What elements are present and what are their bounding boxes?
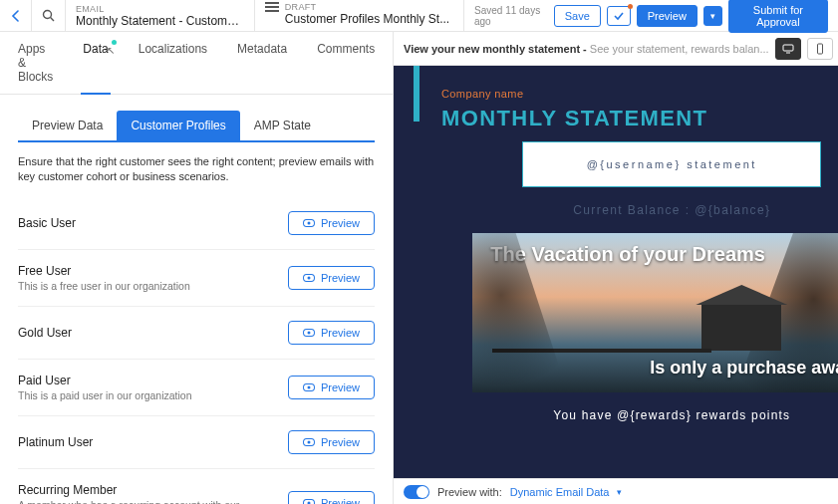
- list-item: Gold User Preview: [18, 307, 375, 360]
- list-item: Free UserThis is a free user in our orga…: [18, 250, 375, 307]
- svg-line-1: [51, 18, 54, 21]
- preview-profile-button[interactable]: Preview: [288, 430, 375, 454]
- cursor-icon: ↖: [107, 45, 115, 56]
- customer-profiles-help: Ensure that the right customer sees the …: [0, 142, 393, 197]
- svg-rect-2: [783, 45, 793, 51]
- chevron-down-icon[interactable]: ▾: [617, 487, 622, 497]
- search-button[interactable]: [32, 0, 66, 31]
- svg-rect-4: [817, 44, 822, 54]
- eye-icon: [303, 438, 315, 446]
- back-button[interactable]: [0, 0, 32, 31]
- username-card: @{username} statement: [522, 141, 821, 187]
- rewards-text: You have @{rewards} rewards points: [394, 408, 838, 422]
- preview-dropdown-button[interactable]: ▾: [703, 6, 722, 26]
- menu-icon: [265, 2, 279, 12]
- preview-button[interactable]: Preview: [637, 5, 698, 27]
- profile-name: Basic User: [18, 216, 76, 230]
- right-panel: View your new monthly statement - See yo…: [394, 32, 838, 504]
- device-mobile-button[interactable]: [807, 38, 833, 60]
- profile-desc: This is a free user in our organization: [18, 280, 190, 292]
- preview-with-label: Preview with:: [437, 486, 502, 498]
- draft-kicker: DRAFT: [285, 2, 449, 12]
- subject-preview: View your new monthly statement - See yo…: [404, 43, 769, 55]
- document-email-header: EMAIL Monthly Statement - Customer Pr...: [66, 0, 255, 31]
- company-name: Company name: [394, 66, 838, 106]
- top-actions: Saved 11 days ago Save Preview ▾ Submit …: [464, 0, 838, 31]
- hero-text-2: Is only a purchase away: [650, 358, 838, 378]
- hero-text-1: The Vacation of your Dreams: [490, 243, 765, 266]
- profile-name: Recurring Member: [18, 483, 278, 497]
- profile-name: Paid User: [18, 374, 192, 387]
- preview-footer: Preview with: Dynamic Email Data ▾: [394, 478, 838, 504]
- document-draft-header[interactable]: DRAFT Customer Profiles Monthly St...: [255, 0, 464, 31]
- list-item: Paid UserThis is a paid user in our orga…: [18, 360, 375, 416]
- tab-comments[interactable]: Comments: [317, 42, 375, 94]
- profile-desc: This is a paid user in our organization: [18, 389, 192, 401]
- current-balance: Current Balance : @{balance}: [394, 203, 838, 217]
- eye-icon: [303, 499, 315, 504]
- tab-data[interactable]: Data ↖: [83, 42, 108, 94]
- preview-data-mode[interactable]: Dynamic Email Data: [510, 486, 610, 498]
- subtab-preview-data[interactable]: Preview Data: [18, 111, 117, 140]
- approve-check-button[interactable]: [607, 6, 631, 26]
- preview-profile-button[interactable]: Preview: [288, 376, 375, 399]
- tab-apps-blocks[interactable]: Apps & Blocks: [18, 42, 53, 94]
- svg-point-0: [44, 11, 52, 19]
- subtab-amp-state[interactable]: AMP State: [240, 111, 325, 140]
- statement-heading: MONTHLY STATEMENT: [394, 106, 838, 131]
- hero-image: The Vacation of your Dreams Is only a pu…: [472, 233, 838, 392]
- email-preview: Company name MONTHLY STATEMENT @{usernam…: [394, 66, 838, 504]
- accent-strip: [414, 66, 419, 122]
- eye-icon: [303, 219, 315, 227]
- list-item: Recurring MemberA member who has a recur…: [18, 469, 375, 504]
- preview-profile-button[interactable]: Preview: [288, 211, 375, 235]
- email-title: Monthly Statement - Customer Pr...: [76, 14, 244, 28]
- preview-profile-button[interactable]: Preview: [288, 491, 375, 504]
- save-button[interactable]: Save: [554, 5, 601, 27]
- profile-name: Free User: [18, 264, 190, 278]
- subtab-customer-profiles[interactable]: Customer Profiles: [117, 111, 239, 140]
- eye-icon: [303, 329, 315, 337]
- data-subtabs: Preview Data Customer Profiles AMP State: [18, 111, 375, 142]
- profile-desc: A member who has a recurring account wit…: [18, 499, 278, 504]
- draft-title: Customer Profiles Monthly St...: [285, 12, 449, 26]
- preview-profile-button[interactable]: Preview: [288, 266, 375, 290]
- eye-icon: [303, 383, 315, 391]
- email-kicker: EMAIL: [76, 4, 105, 14]
- top-bar: EMAIL Monthly Statement - Customer Pr...…: [0, 0, 838, 32]
- saved-status: Saved 11 days ago: [474, 5, 544, 27]
- list-item: Basic User Preview: [18, 197, 375, 250]
- profile-name: Platinum User: [18, 435, 93, 449]
- preview-profile-button[interactable]: Preview: [288, 321, 375, 345]
- tab-localizations[interactable]: Localizations: [139, 42, 207, 94]
- preview-toolbar: View your new monthly statement - See yo…: [394, 32, 838, 66]
- left-main-tabs: Apps & Blocks Data ↖ Localizations Metad…: [0, 32, 393, 95]
- tab-metadata[interactable]: Metadata: [237, 42, 287, 94]
- device-desktop-button[interactable]: [775, 38, 801, 60]
- preview-data-toggle[interactable]: [404, 485, 429, 499]
- submit-approval-button[interactable]: Submit for Approval: [728, 0, 828, 33]
- list-item: Platinum User Preview: [18, 416, 375, 469]
- eye-icon: [303, 274, 315, 282]
- profile-name: Gold User: [18, 326, 72, 340]
- profile-list: Basic User Preview Free UserThis is a fr…: [0, 197, 393, 504]
- left-panel: Apps & Blocks Data ↖ Localizations Metad…: [0, 32, 394, 504]
